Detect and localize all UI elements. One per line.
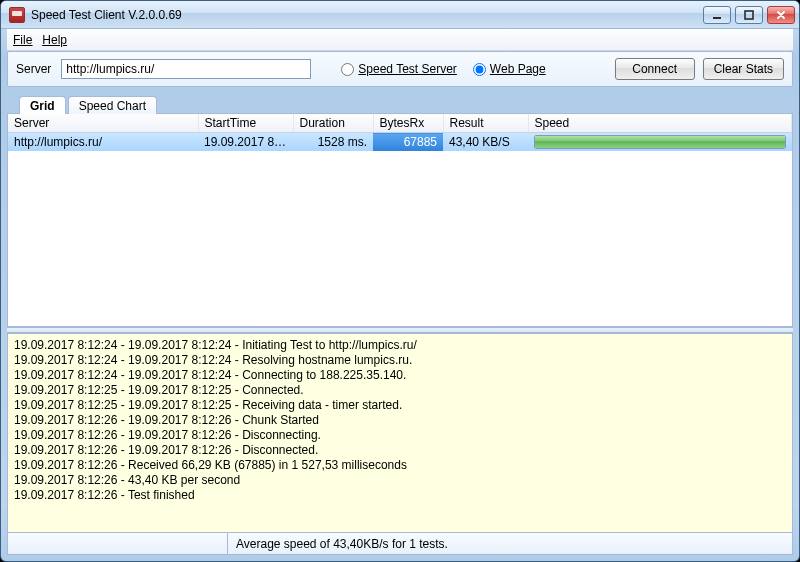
tabstrip: Grid Speed Chart [7, 93, 793, 113]
radio-speed-test-server-input[interactable] [341, 63, 354, 76]
radio-web-page-label: Web Page [490, 62, 546, 76]
window-controls [703, 6, 795, 24]
connect-button[interactable]: Connect [615, 58, 695, 80]
col-start-time[interactable]: StartTime [198, 114, 293, 133]
col-result[interactable]: Result [443, 114, 528, 133]
clear-stats-button[interactable]: Clear Stats [703, 58, 784, 80]
tab-grid[interactable]: Grid [19, 96, 66, 114]
statusbar-text: Average speed of 43,40KB/s for 1 tests. [228, 537, 456, 551]
col-server[interactable]: Server [8, 114, 198, 133]
tab-speed-chart[interactable]: Speed Chart [68, 96, 157, 114]
radio-speed-test-server[interactable]: Speed Test Server [341, 62, 457, 76]
server-url-input[interactable] [61, 59, 311, 79]
col-duration[interactable]: Duration [293, 114, 373, 133]
cell-server: http://lumpics.ru/ [8, 133, 198, 152]
menu-help[interactable]: Help [42, 33, 67, 47]
statusbar: Average speed of 43,40KB/s for 1 tests. [7, 533, 793, 555]
svg-rect-0 [713, 17, 721, 19]
window-title: Speed Test Client V.2.0.0.69 [31, 8, 182, 22]
titlebar[interactable]: Speed Test Client V.2.0.0.69 [1, 1, 799, 29]
cell-result: 43,40 KB/S [443, 133, 528, 152]
menu-file[interactable]: File [13, 33, 32, 47]
close-button[interactable] [767, 6, 795, 24]
maximize-button[interactable] [735, 6, 763, 24]
app-icon [9, 7, 25, 23]
menubar: File Help [7, 29, 793, 51]
server-panel: Server Speed Test Server Web Page Connec… [7, 51, 793, 87]
cell-speed [528, 133, 792, 152]
radio-web-page[interactable]: Web Page [473, 62, 546, 76]
log-panel[interactable]: 19.09.2017 8:12:24 - 19.09.2017 8:12:24 … [7, 333, 793, 533]
cell-duration: 1528 ms. [293, 133, 373, 152]
tabs-shell: Grid Speed Chart [7, 93, 793, 327]
cell-bytes-rx: 67885 [373, 133, 443, 152]
svg-rect-1 [745, 11, 753, 19]
results-grid[interactable]: Server StartTime Duration BytesRx Result… [8, 114, 792, 326]
col-speed[interactable]: Speed [528, 114, 792, 133]
server-label: Server [16, 62, 51, 76]
speed-progress-bar [534, 135, 786, 149]
table-row[interactable]: http://lumpics.ru/ 19.09.2017 8:... 1528… [8, 133, 792, 152]
minimize-button[interactable] [703, 6, 731, 24]
app-window: Speed Test Client V.2.0.0.69 File Help S… [0, 0, 800, 562]
tab-body: Server StartTime Duration BytesRx Result… [7, 113, 793, 327]
radio-web-page-input[interactable] [473, 63, 486, 76]
col-bytes-rx[interactable]: BytesRx [373, 114, 443, 133]
speed-progress-fill [535, 136, 785, 148]
table-header-row: Server StartTime Duration BytesRx Result… [8, 114, 792, 133]
mode-radio-group: Speed Test Server Web Page [341, 62, 545, 76]
results-table: Server StartTime Duration BytesRx Result… [8, 114, 792, 151]
radio-speed-test-server-label: Speed Test Server [358, 62, 457, 76]
cell-start-time: 19.09.2017 8:... [198, 133, 293, 152]
statusbar-cell-empty [8, 533, 228, 554]
client-area: Server Speed Test Server Web Page Connec… [7, 51, 793, 555]
